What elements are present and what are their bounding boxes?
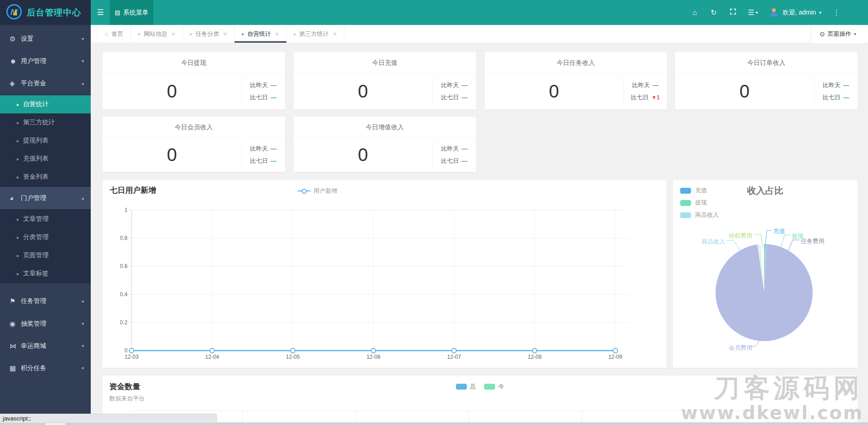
- sidebar-item-recharge-list[interactable]: ▸ 充值列表: [0, 150, 91, 168]
- stat-card-withdraw-today: 今日提现 0 比昨天— 比七日—: [103, 52, 285, 109]
- chevron-down-icon: ▾: [82, 321, 84, 326]
- pie-callout-recharge: 充值: [773, 227, 785, 235]
- chevron-down-icon: ▾: [82, 343, 84, 348]
- sidebar-item-funds-list[interactable]: ▸ 资金列表: [0, 168, 91, 186]
- hamburger-icon: ☰: [97, 8, 103, 17]
- stat-card-task-income-today: 今日任务收入 0 比昨天— 比七日▼1: [485, 52, 667, 109]
- close-icon[interactable]: ×: [223, 30, 227, 38]
- stat-card-title: 今日增值收入: [294, 117, 476, 138]
- sidebar-item-lucky-mall[interactable]: ⋈ 幸运商城 ▾: [0, 335, 91, 357]
- page-operations-dropdown[interactable]: ⊙ 页面操作 ▾: [811, 25, 864, 43]
- stat-card-title: 今日订单收入: [675, 52, 858, 73]
- fullscreen-icon[interactable]: [729, 8, 737, 17]
- sidebar-item-article-mgmt[interactable]: ▸ 文章管理: [0, 210, 91, 228]
- quick-menu-dropdown[interactable]: ☰ ▾: [748, 8, 758, 17]
- close-icon[interactable]: ×: [172, 30, 175, 38]
- sidebar-item-users[interactable]: ☻ 用户管理 ▾: [0, 50, 91, 72]
- sidebar-item-article-tags[interactable]: ▸ 文章标签: [0, 264, 91, 283]
- svg-text:12-08: 12-08: [528, 354, 542, 360]
- caret-right-icon: ▸: [17, 138, 19, 143]
- stat-value: 0: [675, 73, 814, 109]
- stat-card-member-income-today: 今日会员收入 0 比昨天— 比七日—: [103, 117, 285, 172]
- tab-thirdparty-stats[interactable]: ▸ 第三方统计 ×: [287, 25, 344, 43]
- stat-value: 0: [103, 138, 241, 171]
- sidebar-item-page-mgmt[interactable]: ▸ 页面管理: [0, 246, 91, 264]
- tab-bar: ⌂ 首页 ▸ 网站信息 × ▸ 任务分类 × ▸ 自营统计 × ▸ 第三方统计 …: [91, 25, 868, 43]
- trend-flat: —: [270, 145, 276, 152]
- sidebar-item-withdraw-list[interactable]: ▸ 提现列表: [0, 132, 91, 150]
- user-menu[interactable]: 欢迎, admin ▾: [769, 7, 821, 19]
- pie-chart-card: 收入占比 充值 提现 商品收入 充值 提现 任务费用 特权费用 商品收入 会员费…: [673, 180, 858, 368]
- svg-text:0.4: 0.4: [120, 291, 128, 298]
- trend-flat: —: [461, 145, 467, 152]
- svg-text:12-03: 12-03: [125, 354, 139, 360]
- lottery-icon: ◉: [10, 320, 21, 328]
- sidebar-item-self-stats[interactable]: ▸ 自营统计: [0, 95, 91, 113]
- trend-down: ▼1: [651, 94, 660, 101]
- sidebar-item-points-tasks[interactable]: ▦ 积分任务 ▾: [0, 357, 91, 379]
- svg-text:12-06: 12-06: [367, 354, 381, 360]
- sidebar-item-lottery-mgmt[interactable]: ◉ 抽奖管理 ▾: [0, 313, 91, 335]
- stat-card-order-income-today: 今日订单收入 0 比昨天— 比七日—: [675, 52, 858, 109]
- chevron-up-icon: ▴: [82, 81, 84, 86]
- portal-icon: ◕: [10, 194, 21, 202]
- pie-callout-task-fee: 任务费用: [801, 237, 824, 245]
- home-icon[interactable]: ⌂: [691, 9, 699, 17]
- sidebar-item-thirdparty-stats[interactable]: ▸ 第三方统计: [0, 113, 91, 132]
- stat-value: 0: [485, 73, 623, 109]
- caret-right-icon: ▸: [17, 253, 19, 258]
- task-flag-icon: ⚑: [10, 297, 21, 305]
- tab-task-category[interactable]: ▸ 任务分类 ×: [183, 25, 235, 43]
- system-menu-button[interactable]: ▤ 系统菜单: [110, 0, 153, 25]
- stat-card-recharge-today: 今日充值 0 比昨天— 比七日—: [294, 52, 476, 109]
- chevron-down-icon: ▾: [755, 10, 758, 15]
- caret-right-icon: ▸: [17, 271, 19, 276]
- pie-leader-lines: [673, 180, 858, 368]
- stat-value: 0: [103, 73, 241, 109]
- menu-book-icon: ▤: [115, 9, 120, 16]
- sidebar-item-category-mgmt[interactable]: ▸ 分类管理: [0, 228, 91, 246]
- funds-icon: ◈: [10, 79, 21, 88]
- stat-value: 0: [294, 138, 432, 171]
- legend-item[interactable]: 总: [456, 382, 476, 391]
- stat-card-title: 今日会员收入: [103, 117, 285, 138]
- caret-right-icon: ▸: [190, 31, 192, 36]
- sidebar-item-task-mgmt[interactable]: ⚑ 任务管理 ▾: [0, 290, 91, 313]
- stat-card-title: 今日充值: [294, 52, 476, 73]
- sidebar-item-platform-funds[interactable]: ◈ 平台资金 ▴: [0, 72, 91, 94]
- svg-text:12-04: 12-04: [205, 354, 219, 360]
- top-header-bar: M 后台管理中心 ☰ ▤ 系统菜单 ⌂ ↻ ☰ ▾ 欢迎, adm: [0, 0, 868, 25]
- svg-text:0.2: 0.2: [120, 319, 128, 326]
- caret-right-icon: ▸: [17, 156, 19, 161]
- sidebar-collapse-button[interactable]: ☰: [91, 0, 110, 25]
- line-chart-card: 七日用户新增 用户新增 00.20.40.60.8112-0312-0412-0…: [103, 180, 667, 368]
- stat-card-value-added-income-today: 今日增值收入 0 比昨天— 比七日—: [294, 117, 476, 172]
- funds-subtitle: 数据来自平台: [109, 395, 145, 403]
- tab-site-info[interactable]: ▸ 网站信息 ×: [131, 25, 183, 43]
- avatar: [769, 7, 779, 19]
- sidebar-item-settings[interactable]: ⚙ 设置 ▾: [0, 28, 91, 50]
- sidebar-group-funds: ▸ 自营统计 ▸ 第三方统计 ▸ 提现列表 ▸ 充值列表 ▸ 资金列表: [0, 94, 91, 187]
- welcome-text: 欢迎, admin: [782, 9, 816, 17]
- stat-card-title: 今日提现: [103, 52, 285, 73]
- close-icon[interactable]: ×: [333, 30, 337, 38]
- legend-item[interactable]: 今: [484, 382, 504, 391]
- close-icon[interactable]: ×: [275, 30, 279, 38]
- trend-flat: —: [461, 82, 467, 88]
- browser-status-tooltip: javascript:;: [0, 414, 217, 423]
- funds-title: 资金数量: [109, 381, 140, 392]
- tab-home[interactable]: ⌂ 首页: [97, 25, 131, 43]
- tab-self-stats[interactable]: ▸ 自营统计 ×: [235, 25, 286, 43]
- app-logo: M 后台管理中心: [0, 0, 91, 25]
- more-dots-icon[interactable]: ⋮: [832, 8, 840, 17]
- logo-m-icon: M: [6, 4, 22, 22]
- line-chart-svg: 00.20.40.60.8112-0312-0412-0512-0612-071…: [103, 180, 667, 368]
- refresh-icon[interactable]: ↻: [710, 8, 718, 17]
- home-icon: ⌂: [105, 30, 108, 37]
- trend-flat: —: [461, 94, 467, 101]
- system-menu-label: 系统菜单: [123, 9, 148, 17]
- trend-flat: —: [270, 82, 276, 88]
- caret-right-icon: ▸: [294, 31, 296, 36]
- sidebar-item-portal[interactable]: ◕ 门户管理 ▴: [0, 187, 91, 209]
- mall-icon: ⋈: [10, 342, 21, 350]
